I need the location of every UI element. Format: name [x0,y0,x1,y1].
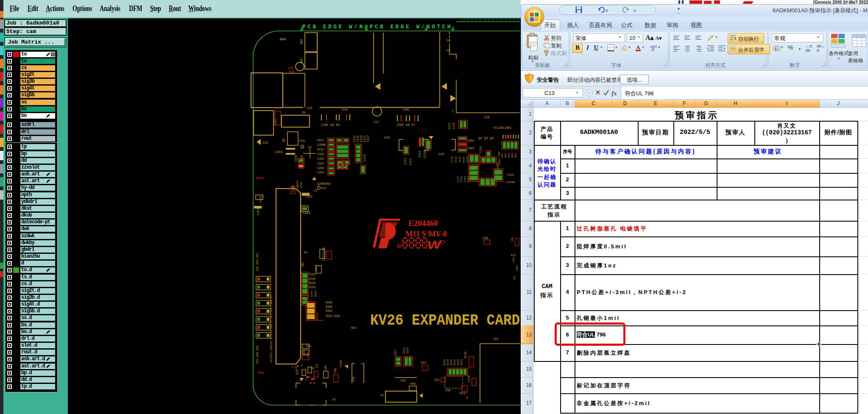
svg-text:⌠U69 X8 X7: ⌠U69 X8 X7 [396,123,415,127]
svg-text:C267: C267 [367,135,370,142]
svg-text:111D: 111D [452,122,455,129]
svg-text:R45: R45 [410,382,416,386]
svg-text:C53: C53 [394,350,397,355]
svg-text:8: 8 [466,397,468,400]
svg-text:C290: C290 [317,158,324,161]
svg-text:40: 40 [304,251,307,254]
svg-text:C209: C209 [295,155,298,162]
svg-text:E204460: E204460 [408,219,438,228]
svg-text:C274: C274 [363,154,366,161]
svg-text:C149: C149 [451,156,454,163]
svg-text:C317: C317 [404,158,407,164]
svg-text:R34: R34 [351,326,357,330]
svg-text:U45: U45 [384,136,390,139]
svg-text:R79: R79 [511,254,516,257]
svg-text:L4: L4 [295,366,298,370]
svg-text:R264: R264 [314,290,317,297]
svg-text:202: 202 [514,153,517,158]
svg-text:C203: C203 [275,150,283,154]
svg-text:U47: U47 [438,152,445,156]
svg-text:U15: U15 [400,379,406,382]
svg-text:R299: R299 [326,301,332,304]
svg-text:C283: C283 [317,171,324,174]
svg-text:C299B: C299B [317,144,326,147]
svg-text:C272: C272 [353,135,356,142]
svg-text:C354: C354 [257,208,260,215]
svg-text:U44: U44 [342,108,348,111]
svg-text:C134: C134 [507,174,514,177]
svg-text:5762: 5762 [463,176,466,182]
svg-text:202: 202 [501,153,504,158]
svg-text:5763: 5763 [460,176,463,182]
svg-text:C86: C86 [483,236,488,240]
svg-text:JA1: JA1 [301,262,304,267]
svg-text:•5155B: •5155B [505,181,515,184]
svg-text:C280: C280 [317,167,324,170]
svg-text:R248: R248 [443,359,446,365]
svg-text:C95: C95 [511,237,514,242]
svg-text:C88: C88 [324,365,327,370]
svg-text:R261: R261 [296,180,299,186]
svg-text:C314: C314 [419,151,421,158]
svg-text:R250: R250 [450,359,453,365]
svg-text:C: C [292,366,293,369]
svg-text:A: A [636,44,640,50]
svg-text:C318: C318 [424,151,427,158]
svg-text:202: 202 [511,153,514,158]
svg-text:文: 文 [651,48,655,51]
svg-text:R256: R256 [403,347,406,353]
svg-text:C271: C271 [363,135,366,142]
svg-text:A: A [301,364,303,367]
svg-text:J11: J11 [493,337,499,341]
svg-text:fx: fx [611,90,617,97]
svg-text:Q5: Q5 [282,139,285,142]
svg-text:U46: U46 [403,108,409,111]
svg-text:C344: C344 [310,290,313,297]
svg-text:M11 S 94V-0: M11 S 94V-0 [405,230,447,238]
svg-text:TP7: TP7 [321,187,327,190]
svg-text:R164: R164 [309,282,316,285]
svg-text:R130: R130 [464,351,467,358]
svg-text:PCB EDGE W/N@PCB EDGE W/NOTCH: PCB EDGE W/N@PCB EDGE W/NOTCH [302,24,452,30]
svg-text:J13: J13 [262,141,268,144]
svg-text:C247: C247 [457,176,460,182]
svg-text:U38': U38' [445,389,452,392]
svg-text:DS1 DS5 DS3: DS1 DS5 DS3 [256,345,259,364]
svg-text:C270: C270 [357,135,360,142]
svg-text:▼: ▼ [605,8,609,13]
svg-text:C45: C45 [334,368,337,373]
svg-text:C329: C329 [340,360,343,367]
svg-text:$: $ [775,47,777,51]
svg-text:C282: C282 [317,162,324,165]
svg-text:▼: ▼ [633,8,637,13]
svg-text:J12: J12 [306,106,313,110]
svg-text:NH0: NH0 [280,37,286,41]
svg-text:C210: C210 [300,182,303,188]
svg-text:R44: R44 [306,345,311,348]
svg-text:R283 R297: R283 R297 [326,315,341,318]
svg-text:J1: J1 [380,394,384,397]
svg-text:1913: 1913 [458,156,461,163]
svg-text:C283: C283 [516,266,519,271]
svg-text:14: 14 [446,39,450,42]
svg-text:C268: C268 [360,135,363,142]
svg-text:W: W [427,238,443,252]
svg-text:R165: R165 [309,286,316,289]
svg-text:R112R124R1: R112R124R1 [494,126,511,130]
svg-text:C311: C311 [409,158,412,165]
svg-text:C324: C324 [260,196,262,203]
svg-text:1: 1 [305,378,307,381]
svg-text:KV26 EXPANDER CARD: KV26 EXPANDER CARD [370,311,520,329]
svg-text:J15: J15 [287,67,293,70]
svg-text:R253: R253 [460,359,463,365]
svg-text:C207: C207 [274,118,277,125]
svg-text:C178: C178 [468,375,471,382]
svg-text:D2: D2 [308,146,312,149]
svg-text:C293: C293 [466,147,474,150]
svg-text:Q2 Q3 Q4: Q2 Q3 Q4 [478,136,494,140]
svg-text:R221: R221 [317,139,324,142]
svg-text:202: 202 [504,153,507,158]
svg-text:C323: C323 [303,211,311,215]
svg-text:R255: R255 [406,347,409,353]
svg-text:C284: C284 [512,257,515,263]
